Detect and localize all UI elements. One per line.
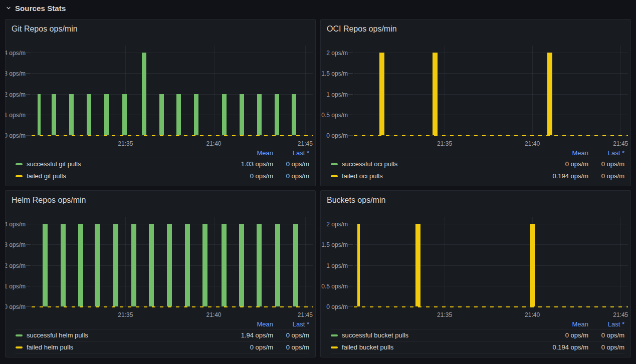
y-axis-label: 4 ops/m [5, 50, 26, 56]
bar-successful-helm-pulls[interactable] [185, 224, 190, 306]
legend-column-mean[interactable]: Mean [528, 320, 588, 328]
bar-successful-helm-pulls[interactable] [202, 224, 207, 306]
bar-failed-oci-pulls[interactable] [379, 53, 384, 135]
y-gridline [32, 286, 313, 286]
bar-successful-git-pulls[interactable] [275, 94, 279, 136]
x-axis-label: 21:40 [206, 140, 222, 148]
series-label[interactable]: failed git pulls [27, 172, 213, 180]
series-color-icon[interactable] [16, 334, 23, 336]
x-axis: 21:3521:4021:45 [354, 140, 628, 148]
bar-successful-git-pulls[interactable] [240, 94, 244, 136]
bar-successful-git-pulls[interactable] [122, 94, 127, 136]
legend-column-mean[interactable]: Mean [213, 149, 273, 157]
legend-column-mean[interactable]: Mean [213, 320, 273, 328]
legend-row: failed git pulls0 ops/m0 ops/m [16, 170, 309, 182]
panel-title[interactable]: Git Repos ops/min [6, 20, 315, 39]
x-axis: 21:3521:4021:45 [354, 311, 628, 319]
series-color-icon[interactable] [331, 163, 338, 165]
bar-failed-bucket-pulls[interactable] [357, 224, 360, 306]
legend-column-last[interactable]: Last * [588, 149, 624, 157]
series-color-icon[interactable] [331, 346, 338, 348]
legend: MeanLast *successful bucket pulls0 ops/m… [331, 319, 624, 353]
series-mean-value: 0.194 ops/m [528, 172, 588, 180]
bar-successful-git-pulls[interactable] [87, 94, 91, 136]
bar-successful-git-pulls[interactable] [159, 94, 164, 136]
bar-successful-git-pulls[interactable] [142, 53, 146, 135]
x-axis-label: 21:45 [613, 140, 628, 148]
bar-successful-helm-pulls[interactable] [61, 224, 66, 306]
series-label[interactable]: successful oci pulls [342, 160, 528, 168]
zero-value-dashed-line [32, 306, 313, 307]
bar-successful-helm-pulls[interactable] [257, 224, 262, 306]
bar-successful-git-pulls[interactable] [52, 94, 56, 136]
bar-successful-helm-pulls[interactable] [167, 224, 172, 306]
bar-successful-helm-pulls[interactable] [275, 224, 280, 306]
bar-failed-oci-pulls[interactable] [547, 53, 552, 135]
legend-column-mean[interactable]: Mean [528, 149, 588, 157]
bar-successful-helm-pulls[interactable] [149, 224, 154, 306]
series-color-icon[interactable] [331, 334, 338, 336]
legend-column-last[interactable]: Last * [273, 320, 309, 328]
legend-row: successful git pulls1.03 ops/m0 ops/m [16, 158, 309, 170]
y-gridline [354, 286, 628, 286]
series-label[interactable]: failed bucket pulls [342, 343, 528, 351]
plot-area[interactable]: 0 ops/m0.5 ops/m1 ops/m1.5 ops/m2 ops/m [354, 217, 628, 307]
bar-successful-helm-pulls[interactable] [222, 224, 227, 306]
bar-successful-git-pulls[interactable] [292, 94, 296, 136]
x-gridline [214, 217, 215, 307]
bar-failed-bucket-pulls[interactable] [530, 224, 535, 306]
y-axis-label: 1.5 ops/m [321, 71, 348, 77]
plot-area[interactable]: 0 ops/m1 ops/m2 ops/m3 ops/m4 ops/m [32, 217, 313, 307]
series-label[interactable]: failed oci pulls [342, 172, 528, 180]
series-color-icon[interactable] [331, 175, 338, 177]
y-gridline [32, 53, 313, 53]
y-tick-mark [348, 94, 353, 95]
legend: MeanLast *successful git pulls1.03 ops/m… [16, 148, 309, 182]
x-axis-label: 21:35 [118, 140, 133, 148]
series-color-icon[interactable] [16, 163, 23, 165]
bar-successful-helm-pulls[interactable] [78, 224, 83, 306]
plot-area[interactable]: 0 ops/m0.5 ops/m1 ops/m1.5 ops/m2 ops/m [354, 46, 628, 136]
row-header-sources-stats[interactable]: Sources Stats [0, 0, 636, 16]
bar-successful-git-pulls[interactable] [257, 94, 262, 136]
bar-successful-helm-pulls[interactable] [43, 224, 48, 306]
panels-grid: Git Repos ops/min0 ops/m1 ops/m2 ops/m3 … [0, 16, 636, 357]
bar-failed-oci-pulls[interactable] [433, 53, 438, 135]
bar-successful-git-pulls[interactable] [222, 94, 227, 136]
bar-successful-helm-pulls[interactable] [131, 224, 136, 306]
bar-successful-git-pulls[interactable] [104, 94, 109, 136]
y-tick-mark [348, 53, 353, 53]
bar-successful-git-pulls[interactable] [38, 94, 41, 136]
legend-column-last[interactable]: Last * [273, 149, 309, 157]
y-tick-mark [348, 115, 353, 115]
bar-failed-bucket-pulls[interactable] [415, 224, 420, 306]
series-color-icon[interactable] [16, 346, 23, 348]
y-tick-mark [26, 135, 31, 136]
plot-area[interactable]: 0 ops/m1 ops/m2 ops/m3 ops/m4 ops/m [32, 46, 313, 136]
series-label[interactable]: successful bucket pulls [342, 331, 528, 339]
legend-row: failed helm pulls0 ops/m0 ops/m [16, 341, 309, 353]
series-last-value: 0 ops/m [588, 172, 624, 180]
legend-column-last[interactable]: Last * [588, 320, 624, 328]
y-tick-mark [348, 306, 353, 307]
bar-successful-git-pulls[interactable] [176, 94, 181, 136]
y-axis-label: 2 ops/m [5, 92, 26, 98]
series-label[interactable]: successful helm pulls [27, 331, 213, 339]
bar-successful-helm-pulls[interactable] [293, 224, 298, 306]
panel-title[interactable]: Buckets ops/min [321, 191, 630, 210]
bar-successful-helm-pulls[interactable] [113, 224, 118, 306]
panel-title[interactable]: OCI Repos ops/min [321, 20, 630, 39]
series-color-icon[interactable] [16, 175, 23, 177]
bar-successful-helm-pulls[interactable] [239, 224, 244, 306]
series-label[interactable]: successful git pulls [27, 160, 213, 168]
bar-successful-helm-pulls[interactable] [95, 224, 100, 306]
bar-successful-git-pulls[interactable] [194, 94, 198, 136]
x-gridline [305, 217, 306, 307]
series-label[interactable]: failed helm pulls [27, 343, 213, 351]
x-axis-label: 21:35 [118, 311, 133, 319]
y-axis-label: 1 ops/m [5, 283, 26, 289]
panel-title[interactable]: Helm Repos ops/min [6, 191, 315, 210]
panel-git-repos-ops-min: Git Repos ops/min0 ops/m1 ops/m2 ops/m3 … [5, 19, 316, 186]
bar-successful-git-pulls[interactable] [69, 94, 74, 136]
y-axis-label: 0 ops/m [326, 133, 348, 139]
